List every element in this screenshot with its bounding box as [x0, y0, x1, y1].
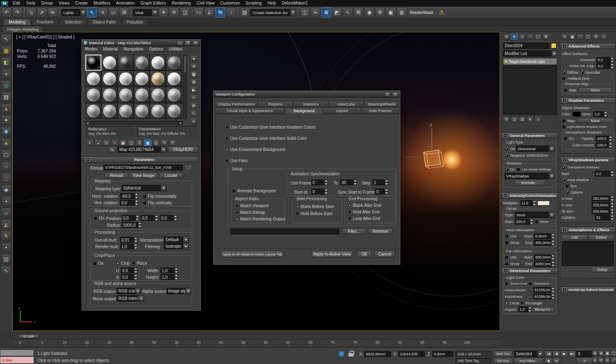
decay-show-checkbox[interactable]: Show: [534, 220, 549, 224]
start-at-spinner[interactable]: 0: [311, 189, 328, 194]
ground-on-checkbox[interactable]: On: [94, 216, 104, 220]
geometry-icon[interactable]: ◻: [585, 34, 592, 40]
setup-button[interactable]: Setup: [591, 267, 614, 273]
box-icon[interactable]: ▦: [1, 46, 11, 55]
menu-modifiers[interactable]: Modifiers: [91, 0, 113, 7]
timeline-tick[interactable]: 65: [308, 340, 312, 345]
dot-icon[interactable]: •: [1, 242, 11, 252]
timeline-tick[interactable]: 90: [420, 340, 424, 345]
bind-to-space-warp-icon[interactable]: ≋: [48, 7, 58, 17]
targeted-checkbox[interactable]: Targeted: [505, 153, 525, 158]
mono-output-dropdown[interactable]: RGB intensi: [117, 295, 144, 302]
sample-type-icon[interactable]: ●: [190, 55, 197, 62]
go-to-start-icon[interactable]: |◀: [545, 351, 552, 357]
snowflake-icon[interactable]: ✱: [1, 127, 11, 136]
tab-display-performance[interactable]: Display Performance: [215, 101, 257, 107]
menu-civil-view[interactable]: Civil View: [194, 0, 217, 7]
play-icon[interactable]: ▶: [561, 351, 568, 357]
match-viewport-radio[interactable]: Match Viewport: [235, 204, 269, 208]
circle-icon[interactable]: ○: [1, 161, 11, 171]
percent-snap-icon[interactable]: %: [215, 7, 225, 17]
curve-editor-icon[interactable]: ∿: [343, 7, 353, 17]
sample-slot[interactable]: [166, 55, 182, 71]
max-logo-icon[interactable]: M: [1, 1, 8, 6]
ribbon-tab-selection[interactable]: Selection: [59, 19, 87, 25]
current-frame-field[interactable]: 0: [576, 351, 593, 357]
v-spinner[interactable]: 0,0: [121, 274, 137, 280]
hold-after-end-radio[interactable]: Hold After End: [348, 210, 379, 214]
make-unique-icon[interactable]: ▣: [119, 139, 127, 146]
diamond-icon[interactable]: ◆: [1, 184, 11, 194]
menu-debrismaker2[interactable]: DebrisMaker2: [279, 0, 310, 7]
alpha-source-dropdown[interactable]: Image alph: [166, 288, 191, 294]
show-end-result-icon[interactable]: ◎: [152, 139, 160, 146]
viewport-label[interactable]: [ + ] [ VRayCam011 ] [ Shaded ]: [16, 35, 75, 39]
slice-icon[interactable]: ▱: [1, 208, 11, 218]
interpolation-dropdown[interactable]: Default: [164, 237, 189, 243]
scroll-right-icon[interactable]: ►: [179, 122, 182, 125]
w-size-spinner[interactable]: 250,0mm: [592, 208, 614, 214]
window-crossing-icon[interactable]: ⊞: [119, 7, 129, 17]
sample-slots-hscrollbar[interactable]: ◄►: [85, 121, 183, 125]
go-to-parent-icon[interactable]: ↰: [161, 139, 168, 146]
key-mode-icon[interactable]: ◆: [545, 358, 552, 364]
menu-rendering[interactable]: Rendering: [169, 0, 194, 7]
timeline-tick[interactable]: 85: [398, 340, 402, 345]
zoom-all-icon[interactable]: ⊞: [598, 350, 604, 357]
select-and-link-icon[interactable]: ⇘: [26, 7, 36, 17]
use-gradient-colors-radio[interactable]: Use Customize User Interface Gradient Co…: [225, 125, 315, 129]
video-color-check-icon[interactable]: ▶: [190, 86, 197, 93]
projector-map-button[interactable]: None: [578, 87, 612, 93]
ribbon-tab-modeling[interactable]: Modeling: [3, 19, 31, 25]
render-setup-icon[interactable]: ⚙: [375, 7, 385, 17]
position-z-spinner[interactable]: 0,0: [160, 215, 177, 221]
graphite-ribbon-icon[interactable]: ◩: [332, 7, 342, 17]
material-map-navigator-icon[interactable]: ≡: [190, 118, 197, 125]
tab-polygon-modeling[interactable]: Polygon Modeling: [2, 26, 43, 32]
stack-item-target-directional-light[interactable]: Target Directional Light: [503, 58, 557, 65]
lights-filter-dropdown[interactable]: Lights: [61, 9, 86, 16]
hatch-icon[interactable]: ▨: [1, 254, 11, 264]
select-object-icon[interactable]: ↖: [87, 7, 97, 17]
rectangle-radio[interactable]: Rectangle: [520, 301, 542, 305]
y-coord-field[interactable]: 21644,639: [398, 351, 425, 357]
light-affects-shadow-color-checkbox[interactable]: Light Affects Shadow Color: [562, 125, 607, 129]
material-editor-titlebar[interactable]: Material Editor - Map #2138276654 — ❐ ✕: [82, 40, 200, 46]
light-color-swatch[interactable]: [537, 201, 550, 206]
sample-slot[interactable]: [101, 87, 118, 103]
timeline-tick[interactable]: 50: [241, 340, 245, 345]
menu-help[interactable]: Help: [265, 0, 279, 7]
view-image-button[interactable]: View Image: [130, 172, 157, 178]
vert-rotation-spinner[interactable]: 0,0: [120, 200, 138, 206]
put-material-icon[interactable]: ◒: [94, 139, 102, 146]
timeline-tick[interactable]: 75: [353, 340, 357, 345]
timeline-tick[interactable]: 20: [107, 340, 111, 345]
dialog-titlebar[interactable]: Viewport Configuration ? ✕: [214, 91, 400, 98]
sample-slot[interactable]: [101, 103, 118, 119]
timeline-tick[interactable]: 5: [41, 340, 43, 345]
plane-icon[interactable]: ◧: [1, 57, 11, 67]
background-file-field[interactable]: [230, 228, 339, 235]
decay-type-dropdown[interactable]: None: [515, 212, 555, 218]
sample-slot[interactable]: [85, 71, 101, 87]
sample-slot[interactable]: [134, 71, 150, 87]
shadows-on-checkbox[interactable]: On: [505, 167, 515, 172]
near-show-checkbox[interactable]: Show: [505, 241, 520, 245]
menu-customize[interactable]: Customize: [217, 0, 243, 7]
opacity-spinner[interactable]: 100,0: [596, 136, 612, 141]
backlight-icon[interactable]: ☀: [190, 63, 197, 69]
sample-slot[interactable]: [85, 87, 101, 103]
far-use-checkbox[interactable]: Use: [505, 255, 517, 260]
add-button[interactable]: Add: [562, 235, 587, 240]
prism-icon[interactable]: ◭: [1, 219, 11, 229]
frame-to-spinner[interactable]: 30: [340, 180, 357, 185]
overshoot-checkbox[interactable]: Overshoot: [528, 281, 549, 286]
aspect-spinner[interactable]: 1,0: [518, 307, 532, 312]
help-communicate-icon[interactable]: ?: [339, 351, 344, 357]
assign-material-icon[interactable]: ⊙: [103, 139, 110, 146]
mirror-icon[interactable]: ◫: [300, 7, 310, 17]
timeline-tick[interactable]: 25: [130, 340, 133, 345]
sample-slot[interactable]: [118, 55, 134, 71]
near-use-checkbox[interactable]: Use: [505, 234, 517, 239]
make-unique-icon[interactable]: ⊟: [519, 116, 526, 122]
